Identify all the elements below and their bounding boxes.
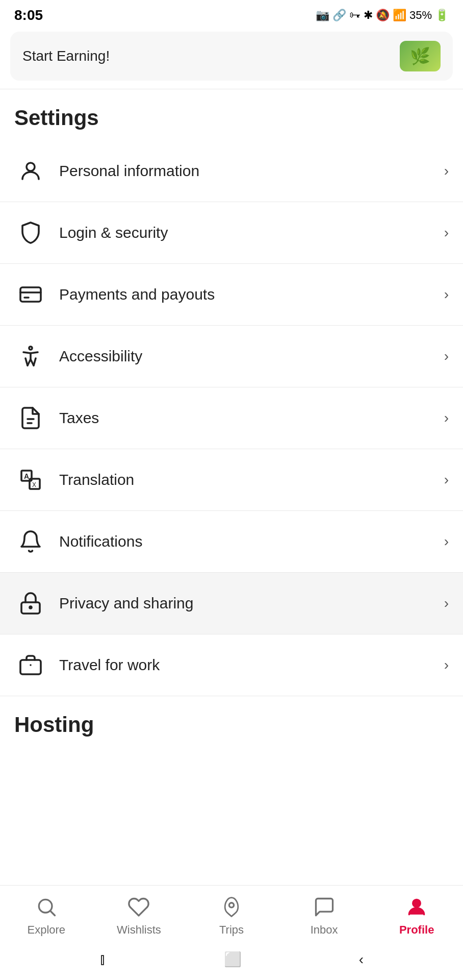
chevron-right-icon: › (444, 533, 449, 550)
settings-item-travel-for-work[interactable]: Travel for work › (0, 634, 463, 696)
nav-item-profile[interactable]: Profile (370, 894, 463, 937)
settings-item-payments-payouts[interactable]: Payments and payouts › (0, 264, 463, 326)
svg-rect-1 (20, 287, 41, 302)
settings-item-taxes[interactable]: Taxes › (0, 387, 463, 449)
nav-item-explore[interactable]: Explore (0, 894, 93, 937)
profile-label: Profile (399, 923, 434, 937)
svg-point-15 (39, 899, 52, 913)
translate-icon: A X (14, 463, 47, 496)
privacy-sharing-label: Privacy and sharing (59, 595, 444, 612)
heart-icon (125, 894, 152, 920)
settings-item-login-security[interactable]: Login & security › (0, 202, 463, 264)
settings-item-personal-information[interactable]: Personal information › (0, 140, 463, 202)
notifications-label: Notifications (59, 533, 444, 550)
hosting-title: Hosting (0, 696, 463, 747)
chevron-right-icon: › (444, 286, 449, 303)
banner-image (400, 41, 441, 71)
svg-text:X: X (32, 481, 36, 488)
chevron-right-icon: › (444, 657, 449, 673)
home-button[interactable]: ⬜ (224, 951, 242, 968)
chevron-right-icon: › (444, 163, 449, 179)
chevron-right-icon: › (444, 225, 449, 241)
chevron-right-icon: › (444, 410, 449, 426)
login-security-label: Login & security (59, 224, 444, 241)
svg-rect-13 (20, 660, 41, 674)
lock-icon (14, 587, 47, 620)
status-bar: 8:05 📷 🔗 🗝 ✱ 🔕 📶 35% 🔋 (0, 0, 463, 28)
camera-icon: 📷 (316, 9, 329, 22)
mute-icon: 🔕 (376, 9, 390, 22)
explore-label: Explore (28, 923, 66, 937)
settings-menu: Personal information › Login & security … (0, 140, 463, 696)
personal-information-label: Personal information (59, 162, 444, 180)
signal-icon: 📶 (393, 9, 406, 22)
svg-text:A: A (24, 472, 29, 480)
inbox-label: Inbox (311, 923, 338, 937)
status-icons: 📷 🔗 🗝 ✱ 🔕 📶 35% 🔋 (316, 9, 449, 22)
settings-item-translation[interactable]: A X Translation › (0, 449, 463, 511)
briefcase-icon (14, 649, 47, 681)
battery-icon: 🔋 (435, 9, 449, 22)
status-time: 8:05 (14, 7, 43, 23)
wishlists-label: Wishlists (117, 923, 161, 937)
banner-text: Start Earning! (22, 48, 110, 64)
chevron-right-icon: › (444, 595, 449, 611)
accessibility-icon (14, 340, 47, 373)
settings-item-accessibility[interactable]: Accessibility › (0, 326, 463, 387)
top-banner[interactable]: Start Earning! (10, 32, 453, 81)
card-icon (14, 278, 47, 311)
bell-icon (14, 525, 47, 558)
settings-item-notifications[interactable]: Notifications › (0, 511, 463, 573)
nav-item-inbox[interactable]: Inbox (278, 894, 371, 937)
recent-apps-button[interactable]: ⫿ (99, 951, 107, 968)
battery-indicator: 35% (409, 9, 432, 22)
payments-payouts-label: Payments and payouts (59, 286, 444, 303)
chevron-right-icon: › (444, 348, 449, 364)
nav-item-wishlists[interactable]: Wishlists (93, 894, 186, 937)
search-icon (33, 894, 60, 920)
svg-point-12 (30, 606, 32, 608)
profile-icon (403, 894, 430, 920)
svg-point-17 (229, 903, 234, 908)
travel-for-work-label: Travel for work (59, 656, 444, 674)
settings-title: Settings (0, 89, 463, 140)
translation-label: Translation (59, 471, 444, 488)
svg-point-18 (413, 899, 421, 907)
svg-line-16 (50, 912, 55, 916)
system-nav: ⫿ ⬜ ‹ (0, 943, 463, 980)
taxes-label: Taxes (59, 409, 444, 427)
shield-icon (14, 216, 47, 249)
back-button[interactable]: ‹ (359, 951, 364, 968)
wifi-icon: 🔗 (332, 9, 346, 22)
trips-label: Trips (219, 923, 244, 937)
bluetooth-icon: ✱ (364, 9, 373, 22)
nav-items: Explore Wishlists Trips Inbox (0, 886, 463, 943)
chat-icon (311, 894, 338, 920)
chevron-right-icon: › (444, 472, 449, 488)
accessibility-label: Accessibility (59, 348, 444, 365)
person-icon (14, 155, 47, 187)
airbnb-icon (218, 894, 245, 920)
key-icon: 🗝 (349, 9, 361, 22)
svg-point-0 (27, 163, 35, 171)
svg-point-4 (29, 347, 32, 350)
nav-item-trips[interactable]: Trips (185, 894, 278, 937)
document-icon (14, 402, 47, 434)
settings-item-privacy-sharing[interactable]: Privacy and sharing › (0, 573, 463, 634)
bottom-navigation: Explore Wishlists Trips Inbox (0, 885, 463, 980)
